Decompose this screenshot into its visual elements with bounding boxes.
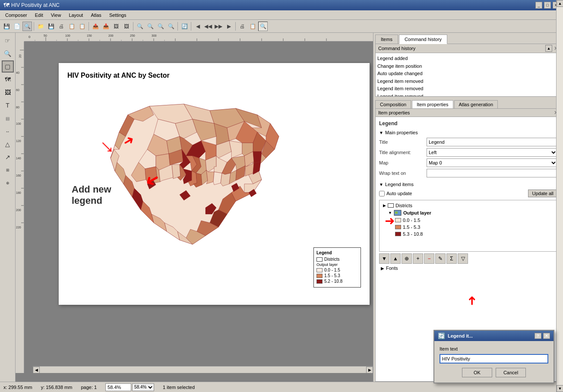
export-pdf[interactable]: 📤: [91, 22, 100, 31]
zoom-button[interactable]: 🔍: [22, 22, 32, 31]
minimize-button[interactable]: _: [535, 2, 542, 9]
menu-atlas[interactable]: Atlas: [87, 12, 104, 19]
cmd-scroll-up[interactable]: ▲: [545, 45, 552, 52]
scroll-left-btn[interactable]: ◀: [33, 367, 40, 373]
legend-move-down[interactable]: ▼: [379, 253, 389, 264]
open-button[interactable]: 📄: [12, 22, 22, 31]
fonts-section[interactable]: ▶ Fonts: [379, 264, 557, 272]
main-properties-header[interactable]: ▼ Main properties: [379, 129, 557, 136]
command-history-list: Legend added Change item position Auto u…: [376, 53, 561, 96]
print-button[interactable]: 🖨: [57, 22, 66, 31]
v-scroll-track[interactable]: [557, 108, 561, 382]
nav-next[interactable]: ▶: [224, 22, 234, 31]
map-select[interactable]: Map 0: [427, 158, 557, 167]
command-history-title: Command history: [378, 46, 415, 51]
menu-settings[interactable]: Settings: [106, 12, 130, 19]
legend-edit-item[interactable]: ✎: [435, 253, 446, 264]
nav-prev[interactable]: ◀: [193, 22, 202, 31]
canvas-area[interactable]: 0 50 100 150 200 250 300: [16, 33, 373, 382]
sub-tab-composition[interactable]: Composition: [375, 100, 411, 108]
dialog-close-btn[interactable]: ✕: [543, 333, 550, 339]
right-scrollbar[interactable]: ▲ ▼: [556, 108, 561, 382]
tree-item-output-layer[interactable]: ▼ Output layer: [381, 209, 555, 217]
legend-items-label: Legend items: [385, 182, 414, 187]
add-scalebar-tool[interactable]: ↔: [2, 125, 14, 137]
export-img[interactable]: 📥: [101, 22, 111, 31]
wrap-text-input[interactable]: [427, 169, 557, 177]
atlas-print[interactable]: 📋: [248, 22, 257, 31]
title-input[interactable]: [427, 138, 557, 146]
tab-items[interactable]: Items: [375, 35, 398, 44]
pan-tool[interactable]: ☞: [2, 35, 14, 47]
export-dxf[interactable]: 🖼: [122, 22, 131, 31]
copy-button[interactable]: 📋: [67, 22, 76, 31]
zoom-in[interactable]: 🔍: [135, 22, 145, 31]
zoom-out[interactable]: 🔍: [145, 22, 155, 31]
right-panel: Items Command history Command history ▲ …: [373, 33, 563, 382]
new-button[interactable]: 💾: [2, 22, 11, 31]
legend-item-dialog[interactable]: 🔄 Legend it... ? ✕ Item text OK Cancel: [433, 330, 554, 383]
legend-tree[interactable]: ▶ Districts ▼ Output layer: [379, 200, 557, 252]
menu-edit[interactable]: Edit: [32, 12, 47, 19]
tree-item-range3[interactable]: 5.3 - 10.8: [381, 231, 555, 237]
dialog-cancel-button[interactable]: Cancel: [496, 368, 526, 377]
legend-sigma[interactable]: Σ: [446, 253, 457, 264]
atlas-zoom[interactable]: 🔍: [258, 22, 268, 31]
menu-layout[interactable]: Layout: [65, 12, 86, 19]
menu-view[interactable]: View: [47, 12, 65, 19]
zoom-tool[interactable]: 🔍: [2, 47, 14, 60]
dialog-help-btn[interactable]: ?: [535, 333, 541, 339]
legend-items-arrow: ▼: [379, 182, 383, 187]
legend-items-header[interactable]: ▼ Legend items: [379, 181, 557, 188]
zoom-100[interactable]: 🔍: [166, 22, 176, 31]
districts-tree-label: Districts: [395, 203, 412, 208]
zoom-select[interactable]: 58.4%: [132, 383, 154, 391]
add-arrow-tool[interactable]: ↗: [2, 151, 14, 163]
title-alignment-select[interactable]: Left Center Right: [427, 148, 557, 157]
add-label-tool[interactable]: T: [2, 99, 14, 111]
menu-composer[interactable]: Composer: [2, 12, 31, 19]
update-all-button[interactable]: Update all: [528, 190, 557, 197]
scroll-right-btn[interactable]: ▶: [366, 367, 373, 373]
paste-button[interactable]: 📋: [77, 22, 87, 31]
dialog-title: Legend it...: [448, 333, 473, 338]
wrap-text-label: Wrap text on: [379, 171, 427, 176]
zoom-page[interactable]: 🔍: [156, 22, 165, 31]
sub-tab-item-properties[interactable]: Item properties: [412, 100, 453, 109]
dialog-ok-button[interactable]: OK: [462, 368, 492, 377]
add-legend-tool[interactable]: ▤: [2, 112, 14, 124]
export-svg[interactable]: 🖼: [111, 22, 121, 31]
legend-move-up[interactable]: ▲: [390, 253, 401, 264]
maximize-button[interactable]: □: [544, 2, 551, 9]
add-image-tool[interactable]: 🖼: [2, 86, 14, 98]
folder-button[interactable]: 📁: [36, 22, 45, 31]
add-map-tool[interactable]: 🗺: [2, 73, 14, 85]
tree-item-districts[interactable]: ▶ Districts: [381, 202, 555, 209]
add-shape-tool[interactable]: △: [2, 138, 14, 150]
dialog-item-text-input[interactable]: [440, 354, 548, 364]
title-bar: 🗺 HIV Positivity at ANC _ □ ✕: [0, 0, 563, 10]
zoom-input[interactable]: [105, 383, 131, 391]
nav-last[interactable]: ▶▶: [214, 22, 223, 31]
add-table-tool[interactable]: ⊞: [2, 164, 14, 176]
map-legend-box[interactable]: Legend Districts Output layer 0.0 - 1.5: [313, 247, 361, 288]
legend-remove-item[interactable]: −: [424, 253, 434, 264]
canvas-content: HIV Positivity at ANC by Sector: [24, 41, 373, 373]
horizontal-scrollbar[interactable]: ◀ ▶: [33, 366, 373, 373]
legend-filter[interactable]: ▽: [458, 253, 468, 264]
legend-add-layer[interactable]: +: [413, 253, 423, 264]
refresh[interactable]: 🔄: [180, 22, 189, 31]
select-tool[interactable]: ▢: [2, 60, 14, 73]
save-button[interactable]: 💾: [46, 22, 56, 31]
status-y: y: 156.838 mm: [41, 385, 73, 390]
add-html-tool[interactable]: ⊕: [2, 177, 14, 189]
tab-command-history[interactable]: Command history: [399, 35, 447, 44]
nav-first[interactable]: ◀◀: [203, 22, 213, 31]
tree-item-range2[interactable]: 1.5 - 5.3: [381, 224, 555, 231]
districts-swatch: [316, 257, 323, 262]
sub-tab-atlas-generation[interactable]: Atlas generation: [454, 100, 498, 108]
tree-item-range1[interactable]: 0.0 - 1.5: [381, 217, 555, 224]
print2[interactable]: 🖨: [237, 22, 247, 31]
legend-add-group[interactable]: ⊕: [402, 253, 412, 264]
auto-update-checkbox[interactable]: [379, 191, 385, 196]
